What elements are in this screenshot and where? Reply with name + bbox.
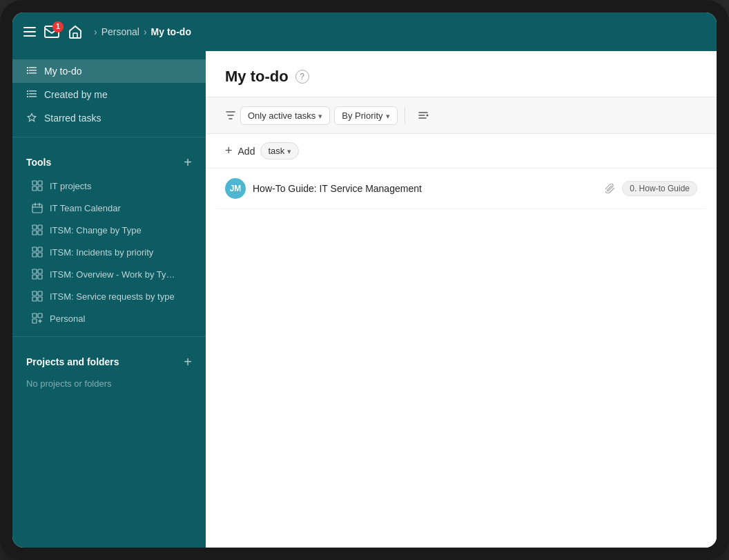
tools-section-header: Tools +	[12, 144, 206, 175]
sidebar-item-it-projects[interactable]: IT projects	[12, 175, 206, 197]
svg-rect-25	[32, 253, 37, 257]
attachment-icon	[605, 184, 615, 193]
breadcrumb-parent[interactable]: Personal	[101, 26, 139, 37]
svg-rect-10	[27, 93, 28, 95]
no-projects-text: No projects or folders	[12, 374, 206, 393]
svg-rect-3	[29, 67, 37, 68]
star-icon	[26, 113, 37, 124]
svg-rect-7	[29, 73, 37, 74]
svg-rect-27	[32, 269, 37, 273]
filter-bar: Only active tasks By Priority	[206, 97, 717, 134]
sidebar-item-it-team-calendar-label: IT Team Calendar	[50, 203, 121, 213]
hamburger-menu-icon[interactable]	[23, 27, 36, 37]
sidebar-item-itsm-change[interactable]: ITSM: Change by Type	[12, 219, 206, 241]
svg-rect-19	[32, 225, 37, 229]
sidebar-item-starred-tasks[interactable]: Starred tasks	[12, 106, 206, 130]
svg-rect-16	[32, 186, 37, 191]
filter-icon	[225, 110, 236, 121]
grid-icon-4	[32, 269, 43, 280]
active-tasks-filter-label: Only active tasks	[248, 110, 315, 121]
svg-rect-17	[38, 186, 42, 191]
filter-divider	[405, 107, 405, 124]
task-type-button[interactable]: task	[260, 142, 299, 160]
sidebar-item-my-todo-label: My to-do	[44, 66, 81, 77]
list-view-button[interactable]	[412, 104, 434, 126]
sidebar-item-itsm-overview[interactable]: ITSM: Overview - Work by Ty…	[12, 263, 206, 285]
svg-rect-4	[27, 70, 28, 71]
svg-rect-31	[32, 291, 37, 296]
grid-icon-3	[32, 247, 43, 258]
svg-rect-32	[38, 291, 42, 296]
grid-plus-icon	[32, 313, 43, 324]
sidebar-item-itsm-incidents-label: ITSM: Incidents by priority	[50, 247, 153, 258]
grid-icon-2	[32, 224, 43, 235]
add-label: Add	[238, 146, 255, 157]
sidebar-item-my-todo[interactable]: My to-do	[12, 59, 206, 83]
content-header: My to-do ?	[206, 51, 717, 97]
svg-rect-15	[38, 181, 42, 185]
svg-rect-11	[29, 93, 37, 95]
svg-rect-22	[38, 231, 42, 235]
device-frame: 1 › Personal › My to-do	[0, 0, 729, 560]
svg-rect-33	[32, 297, 37, 301]
grid-icon	[32, 180, 43, 191]
task-type-chevron-icon	[287, 146, 291, 156]
top-bar: 1 › Personal › My to-do	[12, 12, 717, 51]
sidebar-item-itsm-change-label: ITSM: Change by Type	[50, 225, 142, 235]
sidebar-item-itsm-service[interactable]: ITSM: Service requests by type	[12, 285, 206, 307]
svg-rect-21	[32, 231, 37, 235]
active-tasks-filter-button[interactable]: Only active tasks	[240, 106, 330, 125]
sidebar-item-itsm-incidents[interactable]: ITSM: Incidents by priority	[12, 241, 206, 263]
svg-rect-5	[29, 70, 37, 71]
app-window: 1 › Personal › My to-do	[12, 12, 717, 548]
main-layout: My to-do Created by me	[12, 51, 717, 548]
sidebar-item-personal[interactable]: Personal	[12, 307, 206, 329]
svg-rect-14	[32, 181, 37, 185]
svg-rect-36	[38, 313, 42, 318]
sidebar-divider-2	[12, 336, 206, 337]
tools-add-button[interactable]: +	[184, 155, 192, 169]
svg-rect-30	[38, 275, 42, 279]
sidebar-item-it-team-calendar[interactable]: IT Team Calendar	[12, 197, 206, 219]
grid-icon-5	[32, 291, 43, 302]
priority-chevron-icon	[386, 110, 390, 121]
add-plus-icon: +	[225, 144, 233, 158]
sidebar-item-personal-label: Personal	[50, 313, 85, 324]
svg-rect-12	[27, 96, 28, 97]
add-task-row: + Add task	[206, 134, 717, 168]
breadcrumb-current: My to-do	[151, 26, 191, 37]
breadcrumb: › Personal › My to-do	[94, 26, 191, 37]
active-tasks-chevron-icon	[318, 110, 322, 121]
svg-rect-26	[38, 253, 42, 257]
mail-icon-wrapper[interactable]: 1	[44, 26, 59, 39]
svg-rect-29	[32, 275, 37, 279]
sidebar-item-it-projects-label: IT projects	[50, 181, 91, 191]
projects-section-header: Projects and folders +	[12, 344, 206, 374]
svg-rect-24	[38, 247, 42, 251]
sidebar-item-itsm-service-label: ITSM: Service requests by type	[50, 291, 175, 302]
priority-filter-button[interactable]: By Priority	[334, 106, 397, 125]
sidebar: My to-do Created by me	[12, 51, 206, 548]
task-tag: 0. How-to Guide	[622, 181, 697, 196]
home-icon[interactable]	[68, 24, 83, 39]
svg-rect-13	[29, 96, 37, 97]
projects-add-button[interactable]: +	[184, 355, 192, 369]
page-title: My to-do	[225, 68, 289, 86]
svg-rect-8	[27, 90, 28, 92]
svg-rect-1	[73, 33, 77, 38]
task-list: JM How-To Guide: IT Service Management 0…	[206, 168, 717, 548]
tools-section-label: Tools	[26, 157, 51, 168]
avatar: JM	[225, 178, 246, 199]
svg-rect-9	[29, 90, 37, 92]
svg-rect-34	[38, 297, 42, 301]
projects-section-label: Projects and folders	[26, 356, 119, 367]
svg-rect-20	[38, 225, 42, 229]
sidebar-item-created-by-me[interactable]: Created by me	[12, 83, 206, 106]
help-icon[interactable]: ?	[295, 70, 309, 84]
list-icon-2	[26, 89, 37, 100]
mail-badge: 1	[52, 21, 64, 32]
svg-rect-35	[32, 313, 37, 318]
table-row[interactable]: JM How-To Guide: IT Service Management 0…	[217, 168, 706, 209]
task-name: How-To Guide: IT Service Management	[253, 183, 599, 194]
svg-rect-2	[27, 67, 28, 68]
